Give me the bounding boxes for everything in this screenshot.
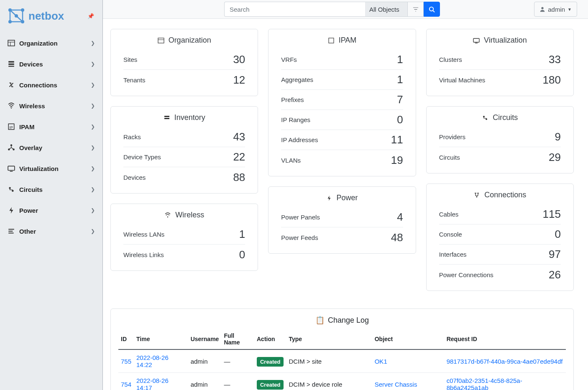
- row-id[interactable]: 755: [121, 358, 131, 365]
- organization-card: OrganizationSites30Tenants12: [110, 29, 258, 96]
- card-title: Power: [336, 194, 358, 202]
- wireless-icon: [8, 102, 18, 110]
- card-header: Connections: [427, 184, 573, 204]
- pin-icon[interactable]: 📌: [87, 13, 94, 19]
- sidebar-item-label: Connections: [19, 82, 91, 89]
- row-time[interactable]: 2022-08-26 14:17: [136, 377, 169, 390]
- stat-label: Cables: [439, 211, 459, 218]
- sidebar-item-wireless[interactable]: Wireless❯: [3, 95, 100, 116]
- row-reqid[interactable]: 9817317d-b67f-440a-99ca-4ae07ede94df: [447, 358, 563, 365]
- object-type-select[interactable]: All Objects: [365, 2, 407, 17]
- logo-row: netbox 📌: [0, 4, 102, 33]
- stat-list: Clusters33Virtual Machines180: [427, 50, 573, 96]
- stat-value: 0: [397, 113, 403, 126]
- stat-value: 26: [549, 268, 561, 281]
- stat-list: Providers9Circuits29: [427, 127, 573, 173]
- circuits-icon: [8, 186, 18, 193]
- svg-text:netbox: netbox: [28, 10, 64, 22]
- row-reqid[interactable]: c07f0ab2-2351-4c58-825a-8b6a2425a1ab: [447, 377, 522, 390]
- stat-row[interactable]: Power Panels4: [281, 207, 403, 227]
- stat-value: 12: [233, 74, 245, 87]
- sidebar-item-other[interactable]: Other❯: [3, 221, 100, 242]
- connections-card: ConnectionsCables115Console0Interfaces97…: [426, 184, 574, 291]
- svg-text:IP: IP: [10, 125, 13, 130]
- svg-rect-11: [8, 40, 15, 46]
- search-icon: [429, 6, 435, 13]
- stat-row[interactable]: VRFs1: [281, 50, 403, 70]
- stat-list: Wireless LANs1Wireless Links0: [111, 224, 258, 270]
- sidebar-item-virtualization[interactable]: Virtualization❯: [3, 158, 100, 179]
- stat-row[interactable]: VLANs19: [281, 150, 403, 170]
- svg-point-7: [8, 20, 12, 23]
- stat-row[interactable]: Providers9: [439, 127, 561, 147]
- th-time[interactable]: Time: [134, 329, 188, 349]
- th-type[interactable]: Type: [286, 329, 372, 349]
- stat-row[interactable]: Aggregates1: [281, 70, 403, 90]
- stat-row[interactable]: Console0: [439, 224, 561, 245]
- stat-row[interactable]: Clusters33: [439, 50, 561, 70]
- stat-row[interactable]: Device Types22: [123, 147, 245, 167]
- row-type: DCIM > site: [286, 349, 372, 373]
- stat-row[interactable]: Prefixes7: [281, 90, 403, 110]
- sidebar-item-overlay[interactable]: Overlay❯: [3, 137, 100, 158]
- row-object[interactable]: OK1: [375, 358, 387, 365]
- th-fullname[interactable]: Full Name: [221, 329, 254, 349]
- row-object[interactable]: Server Chassis: [375, 381, 417, 388]
- stat-row[interactable]: Wireless Links0: [123, 245, 245, 265]
- stat-row[interactable]: Virtual Machines180: [439, 70, 561, 90]
- stat-row[interactable]: Interfaces97: [439, 245, 561, 265]
- card-title: Inventory: [174, 113, 205, 122]
- sidebar-item-circuits[interactable]: Circuits❯: [3, 179, 100, 200]
- card-title: IPAM: [339, 36, 357, 45]
- stat-row[interactable]: Racks43: [123, 127, 245, 147]
- svg-rect-14: [8, 61, 14, 62]
- stat-row[interactable]: Sites30: [123, 50, 245, 70]
- card-title: Circuits: [493, 113, 518, 122]
- row-time[interactable]: 2022-08-26 14:22: [136, 354, 169, 368]
- netbox-logo[interactable]: netbox: [7, 7, 74, 25]
- th-reqid[interactable]: Request ID: [444, 329, 566, 349]
- stat-label: Providers: [439, 133, 465, 140]
- row-id[interactable]: 754: [121, 381, 131, 388]
- stat-value: 0: [555, 228, 561, 241]
- stat-row[interactable]: Cables115: [439, 204, 561, 224]
- stat-row[interactable]: Power Feeds48: [281, 227, 403, 247]
- sidebar-item-devices[interactable]: Devices❯: [3, 54, 100, 74]
- stat-row[interactable]: IP Addresses11: [281, 130, 403, 150]
- stat-label: Devices: [123, 174, 146, 181]
- svg-rect-35: [164, 116, 169, 117]
- stat-row[interactable]: Circuits29: [439, 147, 561, 167]
- organization-icon: [158, 37, 164, 44]
- th-id[interactable]: ID: [118, 329, 134, 349]
- stat-row[interactable]: Power Connections26: [439, 265, 561, 285]
- stat-value: 1: [397, 73, 403, 86]
- user-menu[interactable]: admin ▼: [534, 2, 577, 17]
- stat-row[interactable]: Devices88: [123, 167, 245, 187]
- sidebar-item-ipam[interactable]: IPIPAM❯: [3, 116, 100, 137]
- svg-point-32: [542, 7, 544, 9]
- sidebar-item-organization[interactable]: Organization❯: [3, 33, 100, 54]
- svg-point-20: [10, 144, 13, 146]
- th-action[interactable]: Action: [254, 329, 286, 349]
- search-button[interactable]: [424, 2, 440, 17]
- sidebar-item-label: Overlay: [19, 144, 91, 151]
- th-object[interactable]: Object: [372, 329, 444, 349]
- connections-icon: [473, 192, 480, 199]
- sidebar-item-connections[interactable]: Connections❯: [3, 74, 100, 95]
- sidebar-item-label: IPAM: [19, 123, 91, 130]
- stat-label: Power Feeds: [281, 234, 318, 241]
- svg-point-42: [486, 118, 487, 120]
- topbar: All Objects admin ▼: [103, 0, 588, 19]
- sidebar-item-power[interactable]: Power❯: [3, 200, 100, 221]
- virtualization-icon: [473, 37, 480, 44]
- stat-row[interactable]: IP Ranges0: [281, 110, 403, 130]
- stat-row[interactable]: Wireless LANs1: [123, 224, 245, 245]
- object-type-label: All Objects: [369, 6, 399, 13]
- th-username[interactable]: Username: [188, 329, 222, 349]
- filter-button[interactable]: [407, 2, 424, 17]
- svg-point-17: [11, 108, 12, 109]
- search-input[interactable]: [224, 2, 365, 17]
- table-row: 7552022-08-26 14:22admin—CreatedDCIM > s…: [118, 349, 566, 373]
- chevron-right-icon: ❯: [91, 103, 95, 109]
- stat-row[interactable]: Tenants12: [123, 70, 245, 90]
